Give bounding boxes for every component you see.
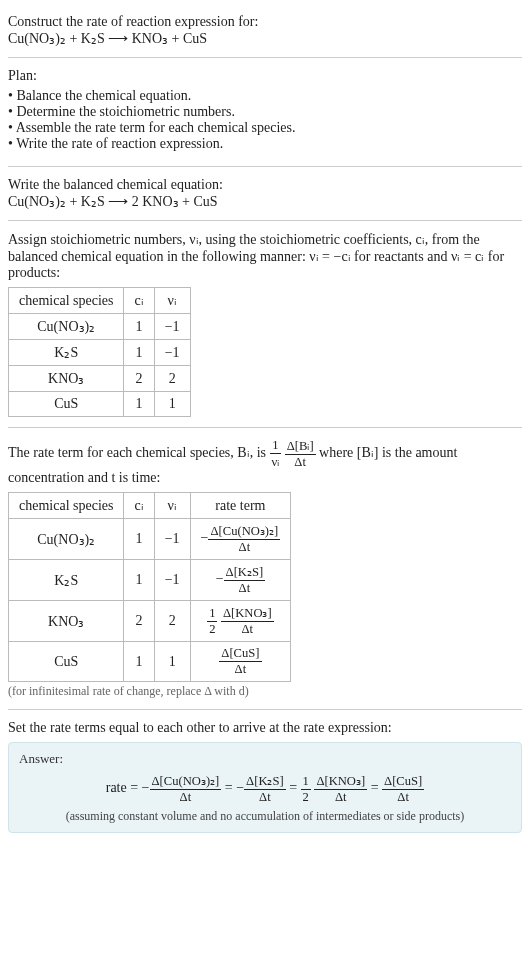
- rate-frac: Δ[Cu(NO₃)₂]Δt: [208, 523, 280, 555]
- table-header: νᵢ: [154, 288, 190, 314]
- rateterm-text1: The rate term for each chemical species,…: [8, 445, 270, 460]
- cell-c: 1: [124, 392, 154, 417]
- rate-pre: −: [216, 571, 224, 586]
- cell-species: KNO₃: [9, 601, 124, 642]
- table-row: CuS 1 1 Δ[CuS]Δt: [9, 642, 291, 682]
- cell-species: K₂S: [9, 560, 124, 601]
- term-frac: Δ[CuS]Δt: [382, 774, 424, 805]
- table-row: Cu(NO₃)₂ 1 −1 −Δ[Cu(NO₃)₂]Δt: [9, 519, 291, 560]
- final-text: Set the rate terms equal to each other t…: [8, 720, 522, 736]
- cell-c: 1: [124, 519, 154, 560]
- plan-heading: Plan:: [8, 68, 522, 84]
- cell-c: 1: [124, 340, 154, 366]
- table-header: rate term: [190, 493, 291, 519]
- intro-section: Construct the rate of reaction expressio…: [8, 8, 522, 53]
- plan-item: Write the rate of reaction expression.: [8, 136, 522, 152]
- cell-v: −1: [154, 314, 190, 340]
- plan-item: Determine the stoichiometric numbers.: [8, 104, 522, 120]
- answer-equation: rate = −Δ[Cu(NO₃)₂]Δt = −Δ[K₂S]Δt = 12 Δ…: [19, 773, 511, 805]
- balanced-section: Write the balanced chemical equation: Cu…: [8, 171, 522, 216]
- cell-c: 2: [124, 366, 154, 392]
- intro-prompt: Construct the rate of reaction expressio…: [8, 14, 522, 30]
- divider: [8, 166, 522, 167]
- intro-equation: Cu(NO₃)₂ + K₂S ⟶ KNO₃ + CuS: [8, 30, 522, 47]
- table-header: νᵢ: [154, 493, 190, 519]
- stoich-section: Assign stoichiometric numbers, νᵢ, using…: [8, 225, 522, 423]
- term-pre: −: [142, 780, 150, 795]
- table-row: KNO₃ 2 2 12 Δ[KNO₃]Δt: [9, 601, 291, 642]
- table-row: Cu(NO₃)₂ 1 −1: [9, 314, 191, 340]
- balanced-heading: Write the balanced chemical equation:: [8, 177, 522, 193]
- rate-pre: −: [201, 530, 209, 545]
- cell-species: CuS: [9, 642, 124, 682]
- rate-frac: Δ[K₂S]Δt: [224, 564, 266, 596]
- divider: [8, 427, 522, 428]
- cell-v: 2: [154, 601, 190, 642]
- plan-item: Balance the chemical equation.: [8, 88, 522, 104]
- cell-v: 1: [154, 642, 190, 682]
- cell-v: −1: [154, 560, 190, 601]
- table-row: K₂S 1 −1: [9, 340, 191, 366]
- balanced-equation: Cu(NO₃)₂ + K₂S ⟶ 2 KNO₃ + CuS: [8, 193, 522, 210]
- cell-v: 1: [154, 392, 190, 417]
- term-frac: Δ[Cu(NO₃)₂]Δt: [150, 773, 222, 805]
- cell-c: 1: [124, 560, 154, 601]
- divider: [8, 57, 522, 58]
- answer-note: (assuming constant volume and no accumul…: [19, 809, 511, 824]
- plan-item: Assemble the rate term for each chemical…: [8, 120, 522, 136]
- term-pre: −: [236, 780, 244, 795]
- plan-list: Balance the chemical equation. Determine…: [8, 88, 522, 152]
- answer-box: Answer: rate = −Δ[Cu(NO₃)₂]Δt = −Δ[K₂S]Δ…: [8, 742, 522, 833]
- rateterm-table: chemical species cᵢ νᵢ rate term Cu(NO₃)…: [8, 492, 291, 682]
- rate-frac: Δ[CuS]Δt: [219, 646, 261, 677]
- rateterm-note: (for infinitesimal rate of change, repla…: [8, 684, 522, 699]
- cell-rate: Δ[CuS]Δt: [190, 642, 291, 682]
- cell-species: Cu(NO₃)₂: [9, 519, 124, 560]
- divider: [8, 220, 522, 221]
- cell-c: 2: [124, 601, 154, 642]
- cell-rate: 12 Δ[KNO₃]Δt: [190, 601, 291, 642]
- cell-rate: −Δ[K₂S]Δt: [190, 560, 291, 601]
- rateterm-text: The rate term for each chemical species,…: [8, 438, 522, 486]
- rate-formula-frac2: Δ[Bᵢ]Δt: [285, 438, 316, 470]
- term-frac: Δ[K₂S]Δt: [244, 773, 286, 805]
- final-section: Set the rate terms equal to each other t…: [8, 714, 522, 839]
- cell-v: −1: [154, 340, 190, 366]
- table-header: chemical species: [9, 493, 124, 519]
- cell-species: Cu(NO₃)₂: [9, 314, 124, 340]
- rate-coef: 12: [207, 606, 217, 637]
- rate-label: rate: [106, 780, 127, 795]
- rate-frac: Δ[KNO₃]Δt: [221, 605, 274, 637]
- stoich-text: Assign stoichiometric numbers, νᵢ, using…: [8, 231, 522, 281]
- cell-c: 1: [124, 314, 154, 340]
- cell-c: 1: [124, 642, 154, 682]
- rate-formula-frac1: 1νᵢ: [270, 438, 282, 470]
- cell-species: KNO₃: [9, 366, 124, 392]
- rateterm-section: The rate term for each chemical species,…: [8, 432, 522, 705]
- cell-rate: −Δ[Cu(NO₃)₂]Δt: [190, 519, 291, 560]
- answer-label: Answer:: [19, 751, 511, 767]
- stoich-table: chemical species cᵢ νᵢ Cu(NO₃)₂ 1 −1 K₂S…: [8, 287, 191, 417]
- table-row: KNO₃ 2 2: [9, 366, 191, 392]
- table-header: cᵢ: [124, 493, 154, 519]
- term-frac: Δ[KNO₃]Δt: [314, 773, 367, 805]
- table-row: CuS 1 1: [9, 392, 191, 417]
- plan-section: Plan: Balance the chemical equation. Det…: [8, 62, 522, 162]
- cell-v: 2: [154, 366, 190, 392]
- table-header: chemical species: [9, 288, 124, 314]
- table-row: K₂S 1 −1 −Δ[K₂S]Δt: [9, 560, 291, 601]
- divider: [8, 709, 522, 710]
- cell-species: CuS: [9, 392, 124, 417]
- term-coef: 12: [301, 774, 311, 805]
- cell-v: −1: [154, 519, 190, 560]
- cell-species: K₂S: [9, 340, 124, 366]
- table-header: cᵢ: [124, 288, 154, 314]
